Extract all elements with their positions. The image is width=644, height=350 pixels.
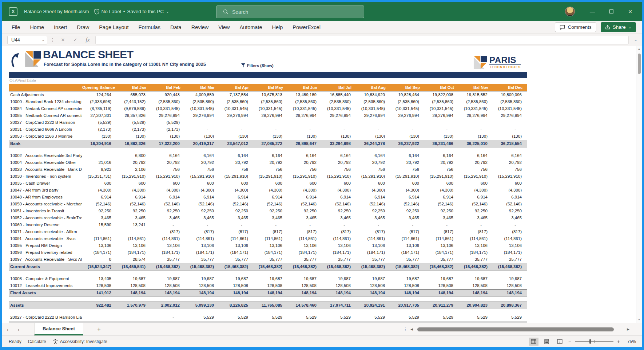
cell[interactable]: 29,898,647: [287, 140, 322, 147]
cell[interactable]: 3,465: [493, 215, 527, 221]
cell[interactable]: 600: [322, 180, 356, 187]
cell[interactable]: -: [253, 221, 287, 228]
cell[interactable]: 20,792: [116, 159, 151, 166]
cell[interactable]: 92,250: [493, 208, 527, 215]
formula-bar-expand-icon[interactable]: ⌄: [632, 38, 640, 42]
cell[interactable]: -: [458, 221, 493, 228]
cell[interactable]: (2,173): [82, 126, 116, 133]
avatar[interactable]: [565, 7, 575, 16]
status-calculate[interactable]: Calculate: [28, 339, 46, 344]
cell[interactable]: 29,276,994: [356, 112, 390, 119]
cell[interactable]: 13,489,189: [287, 91, 322, 98]
cell[interactable]: 35,777: [493, 256, 527, 263]
cell[interactable]: 19,822,008: [424, 91, 458, 98]
cell[interactable]: (15,291,910): [219, 173, 253, 180]
cell[interactable]: 5,529: [185, 314, 219, 321]
cell[interactable]: (52,146): [151, 201, 185, 208]
cell[interactable]: 15,590: [82, 221, 116, 228]
cell[interactable]: (15,468,382): [151, 263, 185, 270]
cell[interactable]: 35,777: [322, 256, 356, 263]
cell[interactable]: 7,137,554: [219, 91, 253, 98]
row-label[interactable]: 10050 - Accounts receivable - Merchant: [9, 201, 82, 208]
column-header[interactable]: Bal Jun: [287, 84, 322, 91]
cell[interactable]: 29,276,994: [151, 112, 185, 119]
cell[interactable]: (130): [458, 133, 493, 140]
cell[interactable]: [116, 314, 151, 321]
cell[interactable]: 11,765,085: [253, 302, 287, 309]
cancel-icon[interactable]: ✕: [58, 37, 68, 43]
cell[interactable]: (184,171): [219, 249, 253, 256]
cell[interactable]: 13,405: [82, 275, 116, 282]
ribbon-tab-insert[interactable]: Insert: [54, 24, 67, 30]
cell[interactable]: (10,331,545): [151, 105, 185, 112]
cell[interactable]: (52,146): [493, 201, 527, 208]
cell[interactable]: 36,237,922: [390, 140, 424, 147]
cell[interactable]: 20,924,191: [356, 302, 390, 309]
cell[interactable]: (817): [253, 228, 287, 235]
cell[interactable]: -: [424, 119, 458, 126]
cell[interactable]: 148,194: [458, 290, 493, 296]
cell[interactable]: 20,792: [185, 159, 219, 166]
cell[interactable]: (817): [151, 228, 185, 235]
row-label[interactable]: 20031 - CorpCard 6666 A Lincoln: [9, 126, 82, 133]
cell[interactable]: 35,777: [287, 256, 322, 263]
column-header[interactable]: Bal Feb: [151, 84, 185, 91]
cell[interactable]: -: [424, 126, 458, 133]
cell[interactable]: 5,529: [356, 314, 390, 321]
cell[interactable]: 6,164: [322, 152, 356, 159]
cell[interactable]: 128,508: [253, 282, 287, 289]
cell[interactable]: 20,911,279: [424, 302, 458, 309]
cell[interactable]: (4,300): [458, 187, 493, 194]
cell[interactable]: (114,861): [356, 235, 390, 242]
cell[interactable]: (4,300): [82, 187, 116, 194]
ribbon-tab-file[interactable]: File: [12, 24, 20, 30]
cell[interactable]: 756: [151, 166, 185, 173]
cell[interactable]: 5,529: [458, 314, 493, 321]
row-label[interactable]: 10097 - Accounts Receivable - Svcs All: [9, 256, 82, 263]
cell[interactable]: [82, 152, 116, 159]
cell[interactable]: (52,146): [356, 201, 390, 208]
row-label[interactable]: 10030 - Inventories - non system: [9, 173, 82, 180]
cell[interactable]: 20,792: [356, 159, 390, 166]
cell[interactable]: 20,792: [287, 159, 322, 166]
cell[interactable]: 20,419,317: [185, 140, 219, 147]
column-header[interactable]: Bal Apr: [219, 84, 253, 91]
cell[interactable]: 6,914: [493, 194, 527, 201]
chevron-down-icon[interactable]: ⌄: [42, 38, 47, 42]
cell[interactable]: (15,468,382): [253, 263, 287, 270]
cell[interactable]: 6,914: [424, 194, 458, 201]
cell[interactable]: (130): [493, 133, 527, 140]
cell[interactable]: (184,171): [116, 249, 151, 256]
cell[interactable]: 3,465: [116, 215, 151, 221]
cell[interactable]: (2,535,860): [322, 98, 356, 105]
cell[interactable]: (2,535,860): [424, 98, 458, 105]
cell[interactable]: 920,443: [151, 91, 185, 98]
cell[interactable]: (817): [219, 228, 253, 235]
cell[interactable]: 16,882,326: [116, 140, 151, 147]
cell[interactable]: 128,508: [356, 282, 390, 289]
cell[interactable]: (184,171): [356, 249, 390, 256]
row-label[interactable]: 10028 - Accounts Receivable - Bank Dep: [9, 166, 82, 173]
cell[interactable]: 92,250: [390, 208, 424, 215]
cell[interactable]: -: [287, 126, 322, 133]
cell[interactable]: (184,171): [253, 249, 287, 256]
cell[interactable]: 600: [458, 180, 493, 187]
cell[interactable]: [82, 314, 116, 321]
cell[interactable]: 20,904,823: [458, 302, 493, 309]
row-label[interactable]: 10085 - Nedbank Connect AR connected: [9, 112, 82, 119]
cell[interactable]: (10,331,545): [493, 105, 527, 112]
cell[interactable]: 19,687: [253, 275, 287, 282]
cell[interactable]: 35,777: [253, 256, 287, 263]
cell[interactable]: (184,171): [82, 249, 116, 256]
cell[interactable]: 29,276,994: [390, 112, 424, 119]
accessibility-status[interactable]: Accessibility: Investigate: [53, 339, 107, 344]
cell[interactable]: (114,861): [493, 235, 527, 242]
cell[interactable]: (184,171): [458, 249, 493, 256]
row-label[interactable]: 10051 - Inventories in Transit: [9, 208, 82, 215]
cell[interactable]: 6,164: [287, 152, 322, 159]
cell[interactable]: (130): [424, 133, 458, 140]
cell[interactable]: (114,861): [151, 235, 185, 242]
cell[interactable]: 3,465: [458, 215, 493, 221]
cell[interactable]: 20,792: [390, 159, 424, 166]
cell[interactable]: 92,250: [185, 208, 219, 215]
